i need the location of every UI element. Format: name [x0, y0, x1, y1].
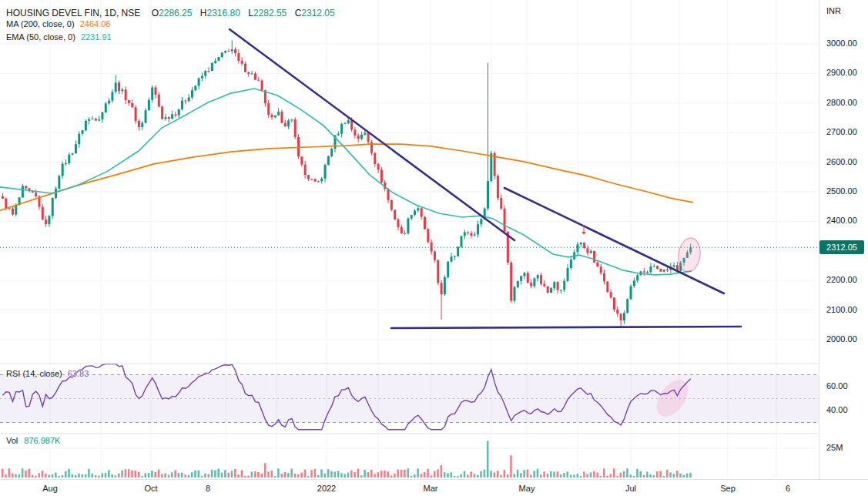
ma-legend[interactable]: MA (200, close, 0)2464.06 [6, 19, 110, 28]
price-tick: 2100.00 [826, 305, 857, 314]
volume-series [2, 441, 692, 478]
price-tick: 2800.00 [826, 98, 857, 107]
low-label: L [248, 8, 253, 18]
volume-label: Vol [6, 436, 18, 445]
price-tick: 2900.00 [826, 68, 857, 77]
rsi-value: 63.83 [68, 369, 89, 378]
time-tick: 6 [786, 484, 790, 493]
open-value: 2286.25 [159, 8, 192, 18]
time-tick: Aug [42, 484, 58, 493]
time-tick: 8 [206, 484, 210, 493]
currency-label: INR [826, 6, 841, 15]
arrow-marker-head [582, 232, 586, 235]
time-tick: May [519, 484, 535, 493]
price-tick: 2000.00 [826, 334, 857, 344]
price-tick: 2600.00 [826, 157, 857, 166]
volume-tick: 25M [826, 443, 843, 452]
open-label: O [152, 8, 159, 18]
time-tick: Jul [625, 484, 636, 493]
candlestick-series [2, 40, 692, 327]
close-value: 2312.05 [301, 8, 334, 18]
rsi-tick: 60.00 [826, 381, 848, 390]
ma-value: 2464.06 [80, 19, 111, 28]
low-value: 2282.55 [253, 8, 287, 18]
trendline-drawing-1[interactable] [230, 29, 514, 240]
time-tick: Oct [144, 484, 157, 493]
last-price-badge: 2312.05 [819, 240, 864, 254]
time-tick: Sep [720, 484, 736, 493]
ma-label: MA (200, close, 0) [6, 19, 75, 28]
close-label: C [295, 8, 302, 18]
rsi-label: RSI (14, close) [6, 369, 62, 378]
ohlc-values: O2286.25 H2316.80 L2282.55 C2312.05 [152, 8, 340, 18]
volume-value: 876.987K [24, 436, 60, 445]
symbol-legend[interactable]: HOUSING DEVEL FIN, 1D, NSE O2286.25 H231… [6, 5, 340, 19]
rsi-legend[interactable]: RSI (14, close)63.83 [6, 369, 89, 378]
price-tick: 2700.00 [826, 127, 857, 136]
rsi-band-fill [0, 375, 819, 423]
chart-canvas[interactable] [0, 0, 868, 496]
time-axis[interactable]: AugOct82022MarMayJulSep6 [0, 479, 868, 496]
volume-legend[interactable]: Vol876.987K [6, 436, 60, 445]
trading-chart-app: HOUSING DEVEL FIN, 1D, NSE O2286.25 H231… [0, 0, 868, 496]
symbol-title[interactable]: HOUSING DEVEL FIN, 1D, NSE [6, 8, 140, 18]
price-tick: 2500.00 [826, 186, 857, 196]
price-tick: 2200.00 [826, 275, 857, 284]
time-tick: 2022 [317, 484, 336, 493]
time-tick: Mar [424, 484, 438, 493]
trendline-drawing-3[interactable] [391, 327, 741, 328]
price-tick: 3000.00 [826, 39, 857, 48]
high-value: 2316.80 [206, 8, 240, 18]
price-axis[interactable]: 3000.002900.002800.002700.002600.002500.… [819, 0, 868, 479]
ema-value: 2231.91 [81, 32, 112, 42]
rsi-tick: 40.00 [826, 405, 848, 414]
price-tick: 2400.00 [826, 216, 857, 225]
ma-200-line[interactable] [0, 144, 693, 210]
ema-legend[interactable]: EMA (50, close, 0)2231.91 [6, 32, 112, 42]
ema-label: EMA (50, close, 0) [6, 32, 75, 42]
